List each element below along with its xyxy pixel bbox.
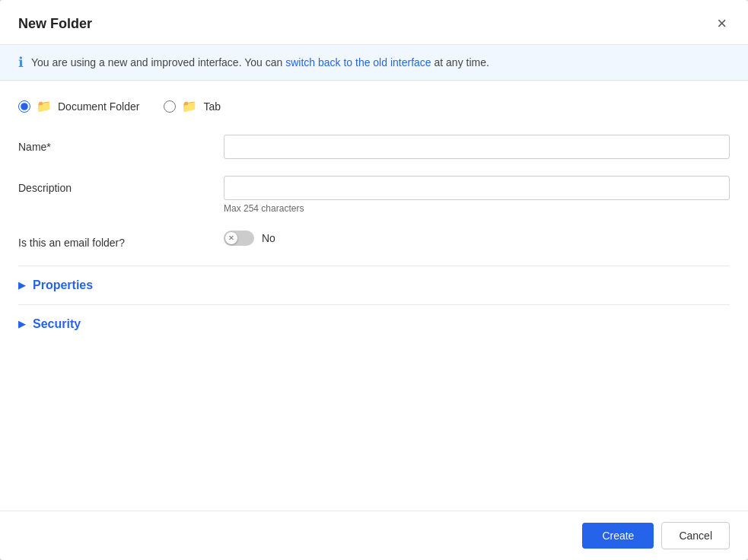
old-interface-link[interactable]: switch back to the old interface: [285, 56, 431, 68]
properties-header[interactable]: ▶ Properties: [18, 278, 730, 292]
toggle-slider: ✕: [224, 231, 254, 246]
description-field-wrap: Max 254 characters: [224, 176, 730, 214]
properties-chevron-icon: ▶: [18, 280, 25, 291]
toggle-knob: ✕: [225, 232, 237, 244]
create-button[interactable]: Create: [582, 523, 654, 549]
name-input[interactable]: [224, 135, 730, 159]
name-label: Name*: [18, 135, 224, 153]
properties-label: Properties: [33, 278, 93, 292]
security-header[interactable]: ▶ Security: [18, 317, 730, 331]
new-folder-dialog: New Folder × ℹ You are using a new and i…: [0, 0, 748, 560]
info-icon: ℹ: [18, 54, 24, 71]
toggle-wrap: ✕ No: [224, 231, 730, 246]
radio-document-input[interactable]: [18, 100, 30, 113]
info-banner: ℹ You are using a new and improved inter…: [0, 45, 748, 81]
security-chevron-icon: ▶: [18, 319, 25, 329]
radio-document-label: Document Folder: [58, 100, 139, 113]
folder-icon-document: 📁: [37, 99, 52, 113]
folder-type-group: 📁 Document Folder 📁 Tab: [18, 99, 730, 113]
toggle-row: ✕ No: [224, 231, 730, 246]
dialog-header: New Folder ×: [0, 0, 748, 45]
email-folder-toggle[interactable]: ✕: [224, 231, 254, 246]
description-row: Description Max 254 characters: [18, 176, 730, 214]
info-text: You are using a new and improved interfa…: [31, 56, 489, 68]
dialog-title: New Folder: [18, 16, 92, 32]
radio-document-folder[interactable]: 📁 Document Folder: [18, 99, 139, 113]
name-field-wrap: [224, 135, 730, 159]
radio-tab-input[interactable]: [164, 100, 176, 113]
char-limit-hint: Max 254 characters: [224, 203, 730, 214]
radio-tab[interactable]: 📁 Tab: [164, 99, 221, 113]
cancel-button[interactable]: Cancel: [661, 522, 730, 549]
description-label: Description: [18, 176, 224, 194]
toggle-label: No: [262, 232, 275, 244]
properties-section: ▶ Properties: [18, 266, 730, 304]
description-input[interactable]: [224, 176, 730, 200]
name-row: Name*: [18, 135, 730, 159]
email-folder-label: Is this an email folder?: [18, 231, 224, 249]
radio-tab-label: Tab: [203, 100, 221, 113]
folder-icon-tab: 📁: [182, 99, 197, 113]
close-button[interactable]: ×: [714, 14, 730, 33]
security-label: Security: [33, 317, 81, 331]
dialog-body: 📁 Document Folder 📁 Tab Name* Descriptio…: [0, 81, 748, 511]
dialog-footer: Create Cancel: [0, 511, 748, 560]
security-section: ▶ Security: [18, 304, 730, 343]
email-folder-row: Is this an email folder? ✕ No: [18, 231, 730, 249]
